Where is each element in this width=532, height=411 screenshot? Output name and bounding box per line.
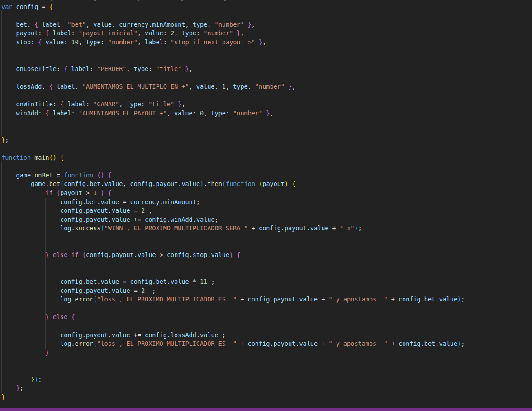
code-line[interactable] — [1, 304, 532, 313]
code-line[interactable] — [1, 127, 532, 136]
code-line[interactable]: config.payout.value = 2 ; — [1, 287, 532, 296]
code-line[interactable] — [1, 162, 532, 171]
code-line[interactable] — [1, 260, 532, 269]
code-line[interactable] — [1, 322, 532, 331]
code-line[interactable]: config.payout.value = 2 ; — [1, 206, 532, 215]
code-line[interactable]: var config = { — [1, 3, 532, 12]
code-line[interactable] — [1, 91, 532, 100]
code-line[interactable]: }; — [1, 136, 532, 145]
code-line[interactable]: config.bet.value = currency.minAmount; — [1, 198, 532, 207]
code-line[interactable]: config.payout.value += config.lossAdd.va… — [1, 331, 532, 340]
code-line[interactable]: function main() { — [1, 153, 532, 162]
code-line[interactable]: game.onBet = function () { — [1, 171, 532, 180]
code-line[interactable] — [1, 56, 532, 65]
code-line[interactable] — [1, 118, 532, 127]
code-line[interactable] — [1, 233, 532, 242]
code-line[interactable]: log.error("loss , EL PROXIMO MULTIPLICAD… — [1, 295, 532, 304]
code-line[interactable]: lossAdd: { label: "AUMENTAMOS EL MULTIPL… — [1, 82, 532, 91]
code-lines: var config = { bet: { label: "bet", valu… — [1, 0, 532, 401]
code-line[interactable] — [1, 242, 532, 251]
code-line[interactable] — [1, 144, 532, 153]
code-line[interactable]: onLoseTitle: { label: "PERDER", type: "t… — [1, 65, 532, 74]
panel-divider-sash[interactable] — [0, 408, 532, 411]
code-line[interactable]: } — [1, 349, 532, 358]
code-line[interactable] — [1, 268, 532, 277]
code-line[interactable]: game.bet(config.bet.value, config.payout… — [1, 180, 532, 189]
code-editor[interactable]: var config = { bet: { label: "bet", valu… — [0, 0, 532, 411]
code-line[interactable]: log.error("loss , EL PROXIMO MULTIPLICAD… — [1, 339, 532, 349]
code-line[interactable]: if (payout > 1 ) { — [1, 189, 532, 198]
code-line[interactable]: } else { — [1, 313, 532, 322]
code-line[interactable]: payout: { label: "payout inicial", value… — [1, 29, 532, 38]
code-line[interactable]: stop: { value: 10, type: "number", label… — [1, 38, 532, 47]
code-line[interactable]: } else if (config.payout.value > config.… — [1, 251, 532, 260]
code-line[interactable] — [1, 73, 532, 82]
code-line[interactable]: }; — [1, 384, 532, 393]
code-line[interactable]: bet: { label: "bet", value: currency.min… — [1, 20, 532, 29]
code-line[interactable] — [1, 47, 532, 56]
code-line[interactable]: } — [1, 393, 532, 402]
code-line[interactable]: onWinTitle: { label: "GANAR", type: "tit… — [1, 100, 532, 109]
code-line[interactable]: winAdd: { label: "AUMENTAMOS EL PAYOUT +… — [1, 109, 532, 118]
code-line[interactable]: log.success("WINN , EL PROXIMO MULTIPLIC… — [1, 224, 532, 233]
code-line[interactable] — [1, 366, 532, 375]
code-line[interactable] — [1, 11, 532, 20]
code-line[interactable]: config.payout.value += config.winAdd.val… — [1, 215, 532, 225]
code-line[interactable]: config.bet.value = config.bet.value * 11… — [1, 277, 532, 287]
code-line[interactable] — [1, 357, 532, 366]
code-line[interactable]: }); — [1, 375, 532, 384]
